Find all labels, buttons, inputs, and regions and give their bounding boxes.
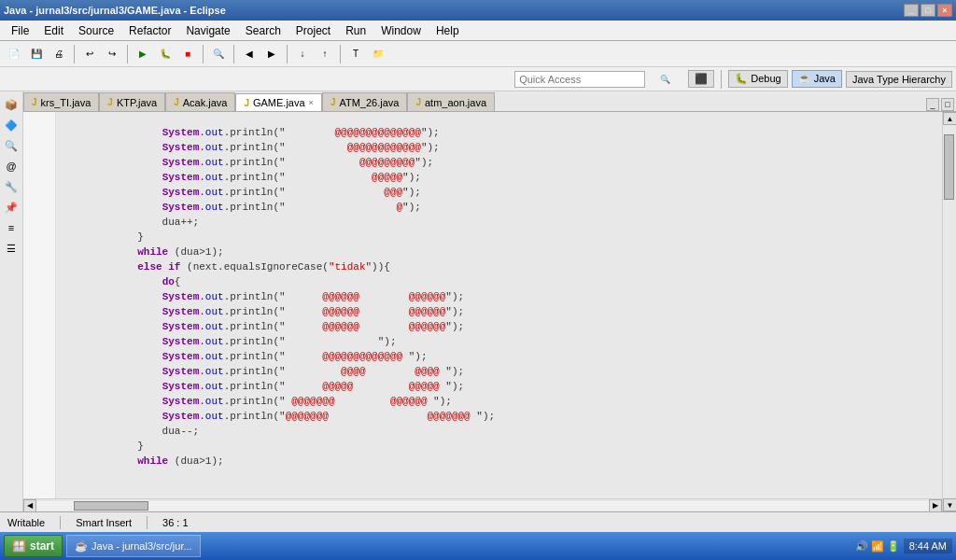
perspective-open-button[interactable]: ⬛	[688, 70, 714, 88]
perspective-hierarchy-button[interactable]: Java Type Hierarchy	[846, 71, 952, 88]
toolbar-sep-5	[287, 45, 288, 63]
quick-access-input[interactable]	[514, 71, 645, 88]
next-annot-button[interactable]: ↓	[292, 44, 313, 64]
menu-file[interactable]: File	[4, 22, 36, 39]
menu-window[interactable]: Window	[373, 22, 429, 39]
tab-game[interactable]: J GAME.java ×	[235, 93, 321, 112]
tab-atmaon-label: atm_aon.java	[425, 97, 486, 108]
editor-area: J krs_TI.java J KTP.java J Acak.java J G…	[23, 91, 956, 511]
toolbar-sep-3	[203, 45, 204, 63]
toolbar-sep-6	[340, 45, 341, 63]
left-sidebar: 📦 🔷 🔍 @ 🔧 📌 ≡ ☰	[0, 91, 23, 511]
tab-acak-label: Acak.java	[183, 97, 228, 108]
menu-run[interactable]: Run	[338, 22, 373, 39]
save-button[interactable]: 💾	[26, 44, 47, 64]
start-button[interactable]: 🪟 start	[4, 535, 63, 557]
tab-atm26-label: ATM_26.java	[339, 97, 399, 108]
open-type-button[interactable]: T	[345, 44, 366, 64]
stop-button[interactable]: ■	[177, 44, 198, 64]
horizontal-scrollbar[interactable]: ◀ ▶	[23, 498, 942, 511]
quick-access-search-icon[interactable]: 🔍	[656, 71, 673, 88]
sidebar-tools-icon[interactable]: 🔧	[2, 177, 21, 196]
hscroll-right-btn[interactable]: ▶	[929, 499, 942, 512]
toolbar-sep-2	[127, 45, 128, 63]
tabs-bar: J krs_TI.java J KTP.java J Acak.java J G…	[23, 91, 956, 112]
perspective-debug-button[interactable]: 🐛 Debug	[728, 70, 787, 88]
status-position: 36 : 1	[162, 517, 189, 528]
persp-sep	[721, 70, 722, 89]
tab-atm26[interactable]: J ATM_26.java	[322, 92, 408, 111]
search-toolbar-button[interactable]: 🔍	[208, 44, 229, 64]
system-tray-icons: 🔊 📶 🔋	[855, 540, 900, 553]
status-bar: Writable Smart Insert 36 : 1	[0, 511, 956, 532]
toolbar-sep-4	[233, 45, 234, 63]
redo-button[interactable]: ↪	[102, 44, 122, 64]
status-writable: Writable	[7, 517, 45, 528]
hscroll-left-btn[interactable]: ◀	[23, 499, 36, 512]
code-and-scroll: System.out.println(" @@@@@@@@@@@@@@"); S…	[23, 112, 956, 511]
maximize-button[interactable]: □	[921, 4, 935, 17]
tab-game-label: GAME.java	[253, 97, 305, 108]
menu-refactor[interactable]: Refactor	[121, 22, 178, 39]
print-button[interactable]: 🖨	[49, 44, 69, 64]
undo-button[interactable]: ↩	[79, 44, 100, 64]
prev-annot-button[interactable]: ↑	[315, 44, 335, 64]
vscroll-down-btn[interactable]: ▼	[943, 498, 956, 511]
window-controls[interactable]: _ □ ×	[904, 4, 952, 17]
new-button[interactable]: 📄	[4, 44, 24, 64]
taskbar: 🪟 start ☕ Java - jurnal3/src/jur... 🔊 📶 …	[0, 532, 956, 560]
vscroll-track	[943, 125, 956, 498]
window-title: Java - jurnal3/src/jurnal3/GAME.java - E…	[4, 5, 226, 16]
tab-game-close[interactable]: ×	[309, 98, 314, 107]
line-numbers	[23, 112, 56, 498]
back-button[interactable]: ◀	[239, 44, 260, 64]
menu-help[interactable]: Help	[429, 22, 467, 39]
vscroll-up-btn[interactable]: ▲	[943, 112, 956, 125]
open-resource-button[interactable]: 📁	[368, 44, 388, 64]
menu-navigate[interactable]: Navigate	[178, 22, 237, 39]
tab-atmaon[interactable]: J atm_aon.java	[407, 92, 495, 111]
sidebar-search-icon[interactable]: 🔍	[2, 136, 21, 155]
sidebar-at-icon[interactable]: @	[2, 157, 21, 175]
vscroll-thumb[interactable]	[944, 134, 954, 200]
menu-search[interactable]: Search	[238, 22, 288, 39]
sidebar-hierarchy-icon[interactable]: 🔷	[2, 116, 21, 134]
menu-bar: File Edit Source Refactor Navigate Searc…	[0, 21, 956, 41]
tabs-restore-btn[interactable]: □	[941, 98, 954, 111]
menu-source[interactable]: Source	[71, 22, 121, 39]
tab-krs[interactable]: J krs_TI.java	[23, 92, 99, 111]
menu-edit[interactable]: Edit	[36, 22, 71, 39]
title-bar: Java - jurnal3/src/jurnal3/GAME.java - E…	[0, 0, 956, 21]
sidebar-collapse-icon[interactable]: ≡	[2, 218, 21, 237]
perspective-java-button[interactable]: ☕ Java	[792, 70, 842, 88]
start-label: start	[30, 539, 54, 553]
tabs-controls[interactable]: _ □	[926, 98, 956, 111]
status-sep-2	[147, 516, 148, 529]
perspective-toolbar: 🔍 ⬛ 🐛 Debug ☕ Java Java Type Hierarchy	[0, 67, 956, 91]
tab-acak[interactable]: J Acak.java	[165, 92, 235, 111]
minimize-button[interactable]: _	[904, 4, 919, 17]
menu-project[interactable]: Project	[288, 22, 338, 39]
sidebar-package-icon[interactable]: 📦	[2, 95, 21, 114]
taskbar-eclipse-item[interactable]: ☕ Java - jurnal3/src/jur...	[66, 535, 201, 557]
vertical-scrollbar[interactable]: ▲ ▼	[942, 112, 956, 511]
forward-button[interactable]: ▶	[261, 44, 282, 64]
sidebar-list-icon[interactable]: ☰	[2, 239, 21, 258]
tab-ktp[interactable]: J KTP.java	[99, 92, 165, 111]
toolbar-sep-1	[74, 45, 75, 63]
taskbar-eclipse-label: Java - jurnal3/src/jur...	[91, 540, 192, 552]
close-button[interactable]: ×	[937, 4, 952, 17]
tab-ktp-label: KTP.java	[117, 97, 157, 108]
run-button[interactable]: ▶	[133, 44, 153, 64]
hscroll-thumb[interactable]	[74, 501, 148, 511]
debug-button[interactable]: 🐛	[155, 44, 176, 64]
code-editor[interactable]: System.out.println(" @@@@@@@@@@@@@@"); S…	[56, 112, 942, 498]
status-insert-mode: Smart Insert	[76, 517, 132, 528]
clock-display: 8:44 AM	[904, 539, 952, 553]
main-toolbar: 📄 💾 🖨 ↩ ↪ ▶ 🐛 ■ 🔍 ◀ ▶ ↓ ↑ T 📁	[0, 41, 956, 67]
taskbar-right: 🔊 📶 🔋 8:44 AM	[855, 539, 952, 553]
sidebar-bookmark-icon[interactable]: 📌	[2, 198, 21, 217]
tabs-minimize-btn[interactable]: _	[926, 98, 939, 111]
tab-krs-label: krs_TI.java	[41, 97, 91, 108]
taskbar-eclipse-icon: ☕	[75, 540, 88, 553]
